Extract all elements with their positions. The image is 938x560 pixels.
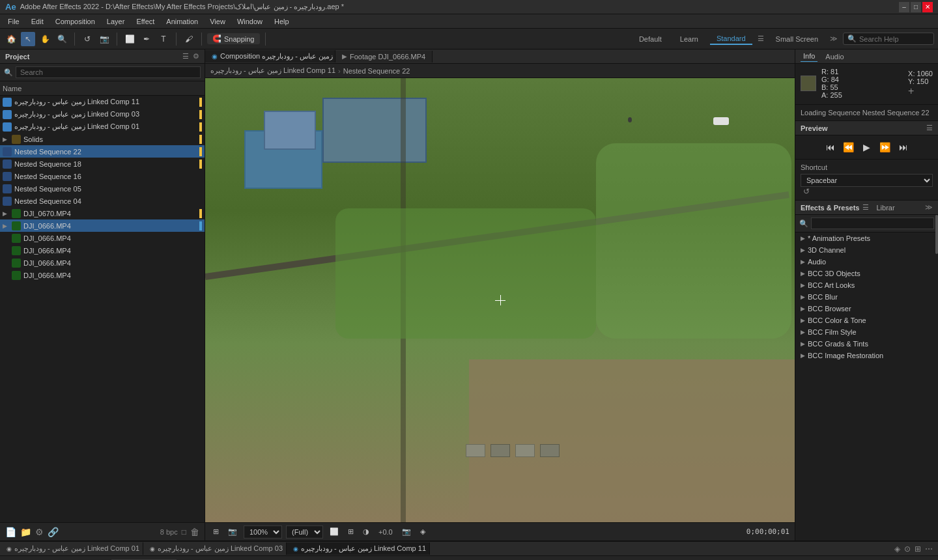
new-item-icon[interactable]: 📄	[5, 527, 16, 537]
breadcrumb-comp[interactable]: زمین عباس - رودبارچیره Linked Comp 11	[210, 66, 335, 75]
project-item-dji0666c[interactable]: DJI_0666.MP4	[0, 244, 205, 257]
menu-view[interactable]: View	[205, 16, 231, 27]
tl-solo-icon[interactable]: ◈	[894, 544, 900, 553]
delete-icon[interactable]: 🗑	[190, 527, 199, 537]
effects-bcc-image-restoration[interactable]: ▶ BCC Image Restoration	[795, 350, 938, 361]
preview-menu-icon[interactable]: ☰	[926, 124, 933, 132]
project-item-linked11[interactable]: زمین عباس - رودبارچیره Linked Comp 11	[0, 96, 205, 108]
color-correction-icon[interactable]: +0.0	[376, 527, 395, 537]
menu-animation[interactable]: Animation	[161, 16, 203, 27]
effects-menu-icon[interactable]: ☰	[862, 203, 869, 212]
tl-draft-icon[interactable]: ⊞	[915, 544, 921, 553]
effects-animation-presets[interactable]: ▶ * Animation Presets	[795, 232, 938, 244]
select-tool[interactable]: ↖	[21, 32, 35, 46]
pen-tool[interactable]: ✒	[139, 32, 154, 46]
search-help-box[interactable]: 🔍	[843, 33, 934, 45]
settings-icon[interactable]: ⚙	[35, 527, 44, 537]
quality-select[interactable]: (Full) (Half)	[286, 525, 323, 539]
new-folder-icon[interactable]: 📁	[20, 527, 31, 537]
viewer-tab-footage[interactable]: ▶ Footage DJI_0666.MP4	[335, 51, 433, 63]
zoom-select[interactable]: 100% 50% 200%	[244, 525, 282, 539]
effects-bcc-browser[interactable]: ▶ BCC Browser	[795, 303, 938, 315]
preview-first-btn[interactable]: ⏮	[824, 141, 837, 154]
viewer-tab-comp11[interactable]: ◉ Composition زمین عباس - رودبارچیره Lin…	[205, 50, 335, 63]
effects-scrollbar[interactable]	[935, 215, 938, 254]
effects-bcc-film-style[interactable]: ▶ BCC Film Style	[795, 326, 938, 338]
effects-bcc-blur[interactable]: ▶ BCC Blur	[795, 291, 938, 303]
preview-prev-btn[interactable]: ⏪	[842, 141, 855, 154]
project-item-nested16[interactable]: Nested Sequence 16	[0, 170, 205, 182]
shortcut-select[interactable]: Spacebar Enter Num 0	[801, 174, 933, 187]
project-settings-icon[interactable]: ⚙	[193, 52, 199, 61]
menu-composition[interactable]: Composition	[50, 16, 100, 27]
viewer[interactable]	[205, 78, 795, 522]
channel-icon[interactable]: ◑	[360, 526, 372, 537]
workspace-menu-icon[interactable]: ☰	[758, 35, 764, 43]
effects-3d-channel[interactable]: ▶ 3D Channel	[795, 244, 938, 256]
preview-play-btn[interactable]: ▶	[860, 141, 874, 154]
workspace-small-screen[interactable]: Small Screen	[769, 34, 825, 44]
project-item-dji0670[interactable]: ▶ DJI_0670.MP4	[0, 207, 205, 219]
project-item-nested05[interactable]: Nested Sequence 05	[0, 182, 205, 195]
shape-tool[interactable]: ⬜	[122, 32, 137, 46]
menu-help[interactable]: Help	[269, 16, 294, 27]
text-tool[interactable]: T	[156, 32, 171, 46]
snapping-button[interactable]: 🧲 Snapping	[207, 33, 260, 44]
effects-bcc-art-looks[interactable]: ▶ BCC Art Looks	[795, 279, 938, 291]
effects-expand-icon[interactable]: ≫	[925, 203, 933, 212]
search-help-input[interactable]	[859, 35, 930, 43]
close-button[interactable]: ✕	[922, 2, 933, 12]
project-menu-icon[interactable]: ☰	[182, 52, 189, 61]
project-item-linked03[interactable]: زمین عباس - رودبارچیره Linked Comp 03	[0, 108, 205, 120]
project-item-dji0666e[interactable]: DJI_0666.MP4	[0, 269, 205, 281]
preview-next-btn[interactable]: ⏩	[879, 141, 892, 154]
tl-tab-comp11[interactable]: ◉ زمین عباس - رودبارچیره Linked Comp 11 …	[287, 542, 430, 555]
menu-file[interactable]: File	[3, 16, 25, 27]
minimize-button[interactable]: –	[899, 2, 909, 12]
project-item-dji0666b[interactable]: DJI_0666.MP4	[0, 232, 205, 244]
tl-tab-comp03[interactable]: ◉ زمین عباس - رودبارچیره Linked Comp 03 …	[143, 542, 287, 555]
hand-tool[interactable]: ✋	[38, 32, 52, 46]
brush-tool[interactable]: 🖌	[182, 32, 196, 46]
tab-info[interactable]: Info	[801, 51, 817, 62]
menu-edit[interactable]: Edit	[26, 16, 49, 27]
camera-tool[interactable]: 📷	[97, 32, 111, 46]
workspace-default[interactable]: Default	[632, 34, 668, 44]
workspace-learn[interactable]: Learn	[674, 34, 705, 44]
project-search-input[interactable]	[16, 66, 201, 78]
color-settings-icon[interactable]: □	[182, 527, 186, 537]
effects-library-tab[interactable]: Librar	[877, 204, 895, 212]
workspace-standard[interactable]: Standard	[710, 33, 752, 45]
project-item-linked01[interactable]: زمین عباس - رودبارچیره Linked Comp 01	[0, 120, 205, 133]
tl-tab-comp01[interactable]: ◉ زمین عباس - رودبارچیره Linked Comp 01	[0, 542, 143, 555]
grid-icon[interactable]: ⊞	[345, 526, 356, 537]
rotation-tool[interactable]: ↺	[80, 32, 94, 46]
project-item-dji0666a[interactable]: ▶ DJI_0666.MP4	[0, 219, 205, 232]
menu-window[interactable]: Window	[232, 16, 268, 27]
preview-last-btn[interactable]: ⏭	[897, 141, 910, 154]
fit-icon[interactable]: ⊞	[210, 526, 221, 537]
3d-icon[interactable]: ◈	[418, 526, 428, 537]
effects-bcc-grads-tints[interactable]: ▶ BCC Grads & Tints	[795, 338, 938, 350]
effects-audio[interactable]: ▶ Audio	[795, 256, 938, 268]
camera-icon2[interactable]: 📷	[399, 526, 414, 537]
menu-effect[interactable]: Effect	[131, 16, 160, 27]
region-icon[interactable]: ⬜	[327, 526, 341, 537]
project-item-nested18[interactable]: Nested Sequence 18	[0, 158, 205, 170]
shortcut-reset-icon[interactable]: ↺	[803, 187, 810, 196]
workspace-expand-icon[interactable]: ≫	[830, 35, 838, 43]
effects-bcc-color-tone[interactable]: ▶ BCC Color & Tone	[795, 315, 938, 326]
effects-bcc-3d-objects[interactable]: ▶ BCC 3D Objects	[795, 268, 938, 279]
project-item-dji0666d[interactable]: DJI_0666.MP4	[0, 257, 205, 269]
effects-search-input[interactable]	[811, 217, 934, 229]
zoom-tool[interactable]: 🔍	[55, 32, 69, 46]
maximize-button[interactable]: □	[911, 2, 921, 12]
snapshot-icon[interactable]: 📷	[225, 526, 240, 537]
dependencies-icon[interactable]: 🔗	[48, 527, 59, 537]
breadcrumb-nested[interactable]: Nested Sequence 22	[343, 67, 410, 75]
home-button[interactable]: 🏠	[4, 32, 18, 46]
tl-graph-icon[interactable]: ⋯	[925, 544, 933, 553]
project-item-nested04[interactable]: Nested Sequence 04	[0, 195, 205, 207]
tl-motion-blur-icon[interactable]: ⊙	[904, 544, 911, 553]
tab-audio[interactable]: Audio	[823, 51, 846, 62]
